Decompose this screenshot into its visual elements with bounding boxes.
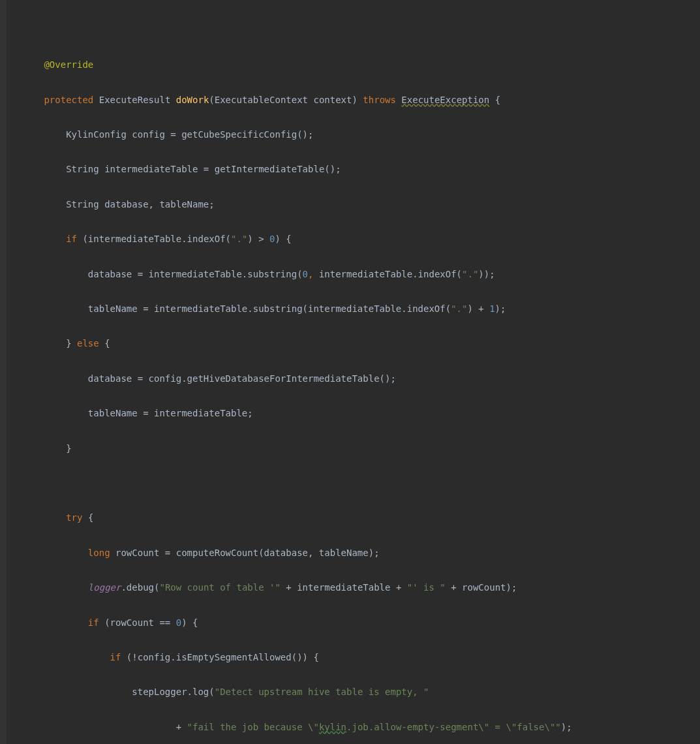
logger-field: logger bbox=[88, 582, 121, 593]
method-name: doWork bbox=[176, 95, 209, 105]
code-editor[interactable]: @Override protected ExecuteResult doWork… bbox=[0, 0, 700, 744]
code-line: tableName = intermediateTable; bbox=[88, 408, 253, 418]
editor-gutter bbox=[0, 0, 7, 744]
exception-type: ExecuteException bbox=[401, 95, 489, 105]
code-line: String intermediateTable = getIntermedia… bbox=[66, 164, 341, 174]
code-line: database = config.getHiveDatabaseForInte… bbox=[88, 373, 396, 384]
keyword-protected: protected bbox=[44, 95, 93, 105]
code-line: KylinConfig config = getCubeSpecificConf… bbox=[66, 129, 313, 140]
code-line: String database, tableName; bbox=[66, 199, 215, 209]
annotation: @Override bbox=[44, 59, 93, 70]
